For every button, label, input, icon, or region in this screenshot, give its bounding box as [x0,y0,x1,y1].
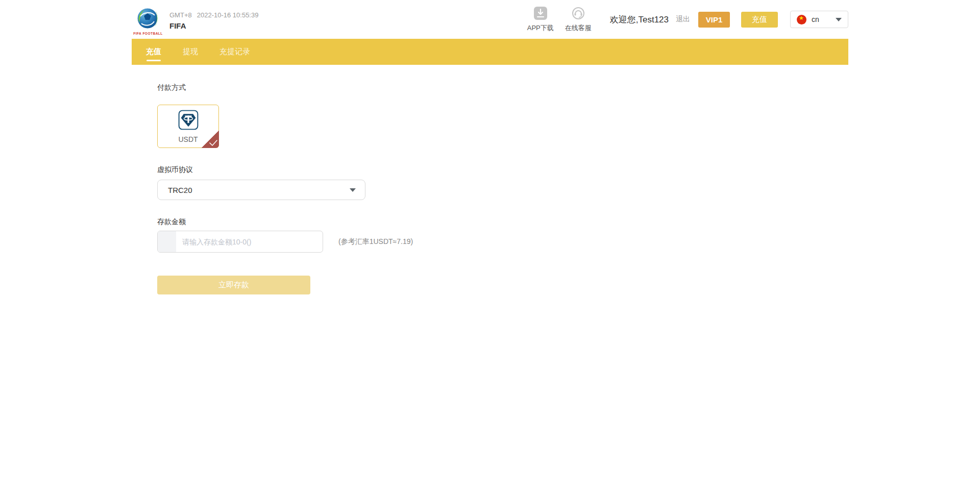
active-tab-underline [146,60,161,61]
amount-input[interactable] [176,231,323,252]
usdt-tether-icon [178,109,199,133]
protocol-select[interactable]: TRC20 [157,180,365,200]
amount-label: 存款金额 [157,217,848,227]
selected-check-icon [202,131,219,148]
app-download-label: APP下载 [527,23,554,33]
header: FIFA FOOTBALL GMT+82022-10-16 10:55:39 F… [0,0,980,39]
header-time: GMT+82022-10-16 10:55:39 [169,11,258,19]
header-recharge-button[interactable]: 充值 [741,12,778,28]
datetime-label: 2022-10-16 10:55:39 [197,11,259,19]
payment-option-usdt[interactable]: USDT [157,105,219,148]
site-logo[interactable]: FIFA FOOTBALL [132,7,164,35]
logo-caption: FIFA FOOTBALL [132,32,164,35]
customer-service[interactable]: 在线客服 [565,7,592,33]
timezone-label: GMT+8 [169,11,192,19]
chevron-down-icon [836,18,842,21]
tab-transaction-history[interactable]: 充提记录 [219,39,250,65]
protocol-label: 虚拟币协议 [157,165,848,175]
vip-badge: VIP1 [698,12,730,28]
football-logo-icon [136,23,160,32]
china-flag-icon: ★ [797,15,806,24]
headset-icon [572,7,585,22]
deposit-submit-button[interactable]: 立即存款 [157,276,310,294]
exchange-rate-hint: (参考汇率1USDT≈7.19) [338,237,413,246]
tab-transaction-history-label: 充提记录 [219,47,250,57]
logout-link[interactable]: 退出 [676,15,690,24]
tab-recharge-label: 充值 [146,47,161,57]
language-code: cn [812,15,836,23]
language-selector[interactable]: ★ cn [790,11,848,28]
welcome-text: 欢迎您,Test123 [610,14,669,26]
download-icon [534,7,547,22]
amount-input-group [157,231,323,253]
app-download[interactable]: APP下载 [527,7,554,33]
customer-service-label: 在线客服 [565,23,592,33]
payment-option-name: USDT [178,135,198,143]
tab-recharge[interactable]: 充值 [146,39,161,65]
protocol-selected-value: TRC20 [168,186,350,194]
payment-method-label: 付款方式 [157,83,848,92]
tab-withdraw-label: 提现 [183,47,198,57]
amount-prefix-addon [158,231,176,252]
main-navbar: 充值 提现 充提记录 [132,39,848,65]
tab-withdraw[interactable]: 提现 [183,39,198,65]
chevron-down-icon [350,188,356,192]
deposit-form: 付款方式 USDT 虚拟币协议 TRC20 [132,65,848,294]
site-name: FIFA [169,21,258,30]
